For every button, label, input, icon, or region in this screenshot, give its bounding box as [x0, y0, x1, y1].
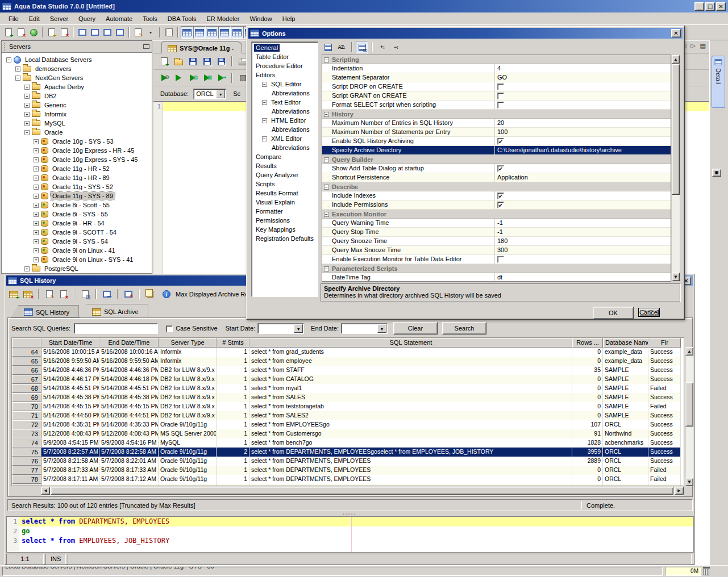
search-button[interactable]: Search: [442, 322, 486, 335]
tree-item-oracle-11g-sys-89[interactable]: +Oracle 11g - SYS - 89: [2, 191, 152, 200]
search-queries-input[interactable]: [74, 323, 158, 334]
case-sensitive-checkbox[interactable]: [166, 325, 173, 332]
save-all-icon[interactable]: +: [215, 55, 227, 68]
setting-row[interactable]: Query Warning Time-1: [322, 219, 671, 228]
expand-icon[interactable]: +: [15, 66, 20, 72]
green-orb-icon[interactable]: [27, 26, 40, 39]
options-tree-text-editor[interactable]: −Text Editor: [252, 98, 318, 107]
table-row[interactable]: 685/14/2008 4:45:51 PM5/14/2008 4:45:51 …: [12, 384, 684, 393]
expand-icon[interactable]: +: [34, 148, 39, 153]
scrollbar-thumb[interactable]: [685, 382, 693, 427]
table-row[interactable]: 745/9/2008 4:54:15 PM5/9/2008 4:54:16 PM…: [12, 438, 684, 448]
table-add-icon[interactable]: +: [7, 288, 20, 300]
tree-item-nextgen-servers[interactable]: −NextGen Servers: [2, 73, 152, 82]
expand-icon[interactable]: +: [34, 221, 39, 226]
setting-value[interactable]: ✔: [495, 137, 671, 145]
collapse-icon[interactable]: −: [324, 266, 329, 271]
table-row[interactable]: 735/12/2008 4:08:43 PM5/12/2008 4:08:43 …: [12, 429, 684, 438]
expand-icon[interactable]: +: [24, 85, 30, 90]
options-close-icon[interactable]: ✕: [671, 29, 681, 37]
database-select[interactable]: ORCL ▼: [193, 89, 226, 99]
column-header-fir[interactable]: Fir: [648, 338, 681, 348]
menu-window[interactable]: Window: [245, 14, 277, 24]
tree-item-oracle-11g-sys-52[interactable]: +Oracle 11g - SYS - 52: [2, 182, 152, 191]
notebook-icon[interactable]: [163, 26, 175, 39]
table-row[interactable]: 715/14/2008 4:44:50 PM5/14/2008 4:44:51 …: [12, 411, 684, 420]
cancel-button[interactable]: Cancel: [639, 308, 659, 316]
column-header-rownum[interactable]: [12, 338, 41, 348]
setting-value[interactable]: 180: [495, 237, 671, 245]
checkbox-checked[interactable]: ✔: [497, 202, 504, 208]
expand-icon[interactable]: +: [34, 139, 39, 144]
tree-item-db2[interactable]: +DB2: [2, 91, 152, 101]
setting-value[interactable]: [495, 255, 671, 264]
run-icon[interactable]: [172, 72, 185, 84]
column-header-database-name[interactable]: Database Name: [603, 338, 648, 348]
server-x-icon[interactable]: ×: [58, 26, 70, 39]
setting-value[interactable]: ✔: [495, 164, 671, 173]
setting-value[interactable]: 300: [495, 246, 671, 254]
run-auto-icon[interactable]: ⚙: [158, 72, 170, 84]
az-sort-icon[interactable]: AZ↓: [335, 41, 348, 53]
expand-icon[interactable]: +: [24, 266, 30, 271]
script-delete-icon[interactable]: ×: [57, 288, 70, 300]
copy-archive-icon[interactable]: [144, 288, 156, 300]
expand-icon[interactable]: +: [34, 230, 39, 235]
checkbox-unchecked[interactable]: [497, 256, 504, 263]
options-tree-sql-editor[interactable]: −SQL Editor: [252, 80, 318, 89]
column-header-sql-statement[interactable]: SQL Statement: [249, 338, 572, 348]
setting-value[interactable]: -1: [495, 219, 671, 227]
collapse-icon[interactable]: −: [324, 112, 329, 117]
float-panel-icon[interactable]: [143, 44, 149, 49]
table-horizontal-scrollbar[interactable]: ◀ ▶: [41, 487, 684, 496]
tree-item-oracle-9i-on-linux-sys-41[interactable]: +Oracle 9i on Linux - SYS - 41: [2, 255, 152, 264]
options-tree-registration-defaults[interactable]: Registration Defaults: [252, 234, 318, 243]
setting-row[interactable]: Enable SQL History Archiving✔: [322, 137, 671, 146]
options-tree-abbreviations[interactable]: Abbreviations: [252, 89, 318, 98]
run-script-icon[interactable]: ▤: [186, 72, 199, 84]
setting-row[interactable]: Query Snooze Time180: [322, 237, 671, 246]
options-tree-abbreviations[interactable]: Abbreviations: [252, 125, 318, 134]
menu-automate[interactable]: Automate: [101, 14, 138, 24]
tree-item-oracle-11g-hr-52[interactable]: +Oracle 11g - HR - 52: [2, 164, 152, 173]
scrollbar-thumb[interactable]: [672, 64, 680, 195]
expand-icon[interactable]: +: [34, 175, 39, 181]
setting-value[interactable]: [495, 101, 671, 109]
dropdown-arrow-icon[interactable]: ▼: [377, 324, 386, 333]
collapse-all-icon[interactable]: −↕: [390, 41, 402, 53]
menu-edit[interactable]: Edit: [24, 14, 45, 24]
tab-list-icon[interactable]: ▤: [700, 42, 706, 49]
menu-help[interactable]: Help: [277, 14, 301, 24]
checkbox-checked[interactable]: ✔: [497, 138, 504, 145]
checkbox-unchecked[interactable]: [497, 93, 504, 99]
options-grid-scrollbar[interactable]: ▲ ▼: [671, 55, 680, 282]
tree-item-oracle-9i-hr-54[interactable]: +Oracle 9i - HR - 54: [2, 219, 152, 228]
tree-item-local-database-servers[interactable]: −Local Database Servers: [2, 55, 152, 64]
menu-query[interactable]: Query: [73, 14, 101, 24]
arrow-down-icon[interactable]: ▾: [144, 26, 157, 39]
options-tree-query-analyzer[interactable]: Query Analyzer: [252, 170, 318, 179]
options-tree-table-editor[interactable]: Table Editor: [252, 52, 318, 61]
setting-value[interactable]: 4: [495, 64, 671, 73]
table-row[interactable]: 655/16/2008 9:59:50 AM5/16/2008 9:59:50 …: [12, 357, 684, 366]
cat-view-icon[interactable]: [322, 41, 334, 53]
collapse-icon[interactable]: −: [262, 118, 267, 123]
tab-scroll-right-icon[interactable]: ▷: [690, 42, 695, 49]
expand-icon[interactable]: +: [24, 121, 30, 126]
expand-icon[interactable]: +: [24, 112, 30, 117]
expand-icon[interactable]: +: [34, 239, 39, 244]
options-tree-permissions[interactable]: Permissions: [252, 216, 318, 225]
win-delete-icon[interactable]: ×: [122, 288, 135, 300]
table-row[interactable]: 785/7/2008 8:17:11 AM5/7/2008 8:17:12 AM…: [12, 475, 684, 484]
table-row[interactable]: 755/7/2008 8:22:57 AM5/7/2008 8:22:58 AM…: [12, 448, 684, 457]
setting-row[interactable]: Maximum Number of Statements per Entry10…: [322, 128, 671, 137]
scroll-left-icon[interactable]: ◀: [41, 487, 50, 495]
menu-tools[interactable]: Tools: [138, 14, 163, 24]
expand-icon[interactable]: +: [34, 203, 39, 208]
setting-value[interactable]: ✔: [495, 200, 671, 209]
checkbox-unchecked[interactable]: [497, 83, 504, 90]
collapse-icon[interactable]: −: [324, 57, 329, 62]
options-titlebar[interactable]: Options ✕: [248, 28, 683, 39]
tree-item-informix[interactable]: +Informix: [2, 110, 152, 119]
table-4-icon[interactable]: [218, 26, 231, 39]
